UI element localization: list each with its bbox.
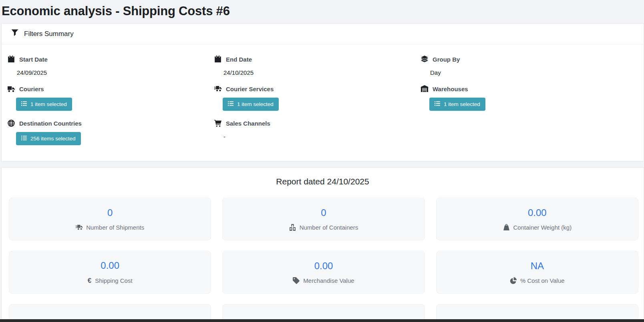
stat-value: NA	[531, 260, 544, 272]
stat-label: % Cost on Value	[520, 277, 565, 284]
filter-label: Warehouses	[433, 86, 468, 92]
filter-label: Group By	[433, 56, 460, 63]
stat-value: 0.00	[314, 260, 333, 272]
filter-label: End Date	[226, 56, 252, 63]
filter-value: -	[214, 133, 421, 140]
filter-courier-services: Courier Services 1 item selected	[214, 85, 421, 111]
stat-value: 0	[107, 207, 113, 218]
stat-card-shipping-cost: 0.00 € Shipping Cost	[9, 251, 211, 294]
calendar-icon	[214, 56, 221, 63]
selection-count-label: 1 item selected	[237, 101, 274, 107]
cart-icon	[214, 120, 221, 127]
selection-count-label: 256 items selected	[30, 136, 76, 142]
list-icon	[21, 101, 27, 108]
filter-start-date: Start Date 24/09/2025	[7, 56, 214, 76]
destination-countries-selection-button[interactable]: 256 items selected	[16, 132, 81, 145]
tag-icon	[293, 277, 300, 284]
globe-icon	[7, 120, 15, 127]
filters-summary-title: Filters Summary	[24, 30, 74, 38]
filter-end-date: End Date 24/10/2025	[214, 56, 421, 76]
filters-body: Start Date 24/09/2025 End Date 24/10/202…	[2, 44, 644, 161]
filter-group-by: Group By Day	[421, 56, 627, 76]
list-icon	[228, 101, 233, 108]
stat-label: Number of Shipments	[86, 224, 144, 231]
pie-chart-icon	[510, 277, 517, 284]
layers-icon	[421, 56, 428, 63]
truck-fast-icon	[76, 224, 83, 231]
stat-value: 0.00	[528, 207, 547, 218]
stat-value: 0	[321, 207, 326, 218]
stat-value: 0.00	[101, 260, 119, 271]
weight-icon	[503, 224, 510, 231]
list-icon	[435, 101, 440, 108]
filter-value: Day	[421, 69, 627, 76]
truck-icon	[7, 85, 15, 92]
filters-summary-header: Filters Summary	[2, 24, 644, 44]
report-title: Report dated 24/10/2025	[2, 168, 644, 186]
filter-label: Sales Channels	[226, 120, 270, 127]
stats-grid: 0 Number of Shipments 0 Number of Contai…	[2, 198, 644, 322]
filter-label: Couriers	[19, 86, 44, 92]
filter-value: 24/09/2025	[7, 69, 214, 76]
filter-label: Start Date	[19, 56, 48, 63]
filter-funnel-icon	[11, 29, 18, 38]
euro-icon: €	[88, 277, 91, 285]
bottom-edge-bar	[0, 319, 644, 322]
stat-card-container-weight: 0.00 Container Weight (kg)	[436, 198, 638, 240]
filter-label: Courier Services	[226, 86, 274, 92]
stat-label: Merchandise Value	[303, 277, 354, 284]
stat-label: Number of Containers	[300, 224, 358, 231]
report-panel: Report dated 24/10/2025 0 Number of Ship…	[1, 167, 644, 322]
warehouse-icon	[421, 85, 428, 92]
warehouses-selection-button[interactable]: 1 item selected	[429, 98, 485, 111]
filter-sales-channels: Sales Channels -	[214, 120, 421, 145]
stat-card-pct-cost-on-value: NA % Cost on Value	[436, 251, 638, 294]
filter-label: Destination Countries	[19, 120, 82, 127]
stat-label: Shipping Cost	[95, 277, 132, 284]
filter-couriers: Couriers 1 item selected	[7, 85, 214, 111]
stat-label: Container Weight (kg)	[513, 224, 572, 231]
courier-services-selection-button[interactable]: 1 item selected	[223, 98, 279, 111]
selection-count-label: 1 item selected	[444, 101, 480, 107]
filter-destination-countries: Destination Countries 256 items selected	[7, 120, 214, 145]
selection-count-label: 1 item selected	[30, 101, 67, 107]
calendar-icon	[7, 56, 15, 63]
stat-card-number-of-containers: 0 Number of Containers	[222, 198, 425, 240]
filters-summary-panel: Filters Summary Start Date 24/09/2025 En…	[1, 23, 644, 162]
filter-value: 24/10/2025	[214, 69, 421, 76]
filter-warehouses: Warehouses 1 item selected	[421, 85, 627, 111]
truck-fast-icon	[214, 85, 221, 92]
stat-card-number-of-shipments: 0 Number of Shipments	[9, 198, 211, 240]
couriers-selection-button[interactable]: 1 item selected	[16, 98, 72, 111]
list-icon	[21, 135, 27, 142]
stat-card-merchandise-value: 0.00 Merchandise Value	[222, 251, 425, 294]
page-title: Economic analysis - Shipping Costs #6	[0, 0, 644, 23]
boxes-icon	[289, 224, 296, 231]
